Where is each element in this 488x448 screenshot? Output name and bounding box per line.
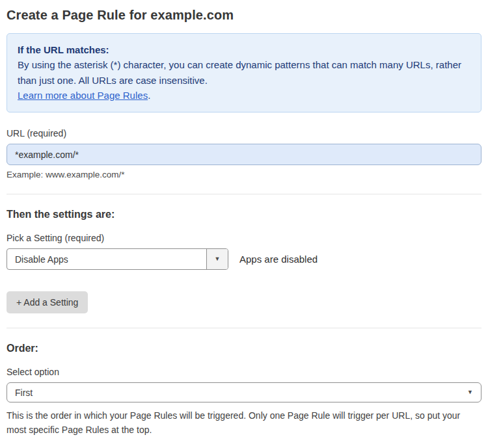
setting-dropdown-caret-button[interactable]: ▼ [206, 249, 228, 269]
setting-picker-label: Pick a Setting (required) [7, 233, 481, 243]
page-title: Create a Page Rule for example.com [7, 8, 481, 23]
divider [7, 194, 481, 194]
order-section-heading: Order: [7, 343, 481, 354]
info-box-heading: If the URL matches: [18, 42, 470, 57]
caret-down-icon: ▼ [467, 389, 473, 395]
add-setting-button[interactable]: + Add a Setting [7, 291, 88, 313]
link-period: . [148, 90, 150, 101]
url-input[interactable] [7, 144, 481, 165]
order-select-label: Select option [7, 367, 481, 377]
divider [7, 328, 481, 328]
setting-row: Disable Apps ▼ Apps are disabled [7, 248, 481, 270]
learn-more-link[interactable]: Learn more about Page Rules [18, 90, 148, 101]
order-helper-text: This is the order in which your Page Rul… [7, 408, 475, 438]
setting-dropdown-value: Disable Apps [7, 249, 206, 269]
url-match-info-box: If the URL matches: By using the asteris… [7, 33, 481, 112]
settings-section-heading: Then the settings are: [7, 209, 481, 220]
setting-status-text: Apps are disabled [239, 254, 318, 265]
setting-dropdown[interactable]: Disable Apps ▼ [7, 248, 228, 270]
caret-down-icon: ▼ [215, 256, 221, 262]
order-select-value: First [15, 388, 33, 398]
info-box-link-line: Learn more about Page Rules. [18, 88, 470, 103]
order-select[interactable]: First ▼ [7, 382, 481, 402]
url-example-helper: Example: www.example.com/* [7, 170, 481, 179]
url-field-label: URL (required) [7, 128, 481, 138]
info-box-body: By using the asterisk (*) character, you… [18, 57, 470, 88]
